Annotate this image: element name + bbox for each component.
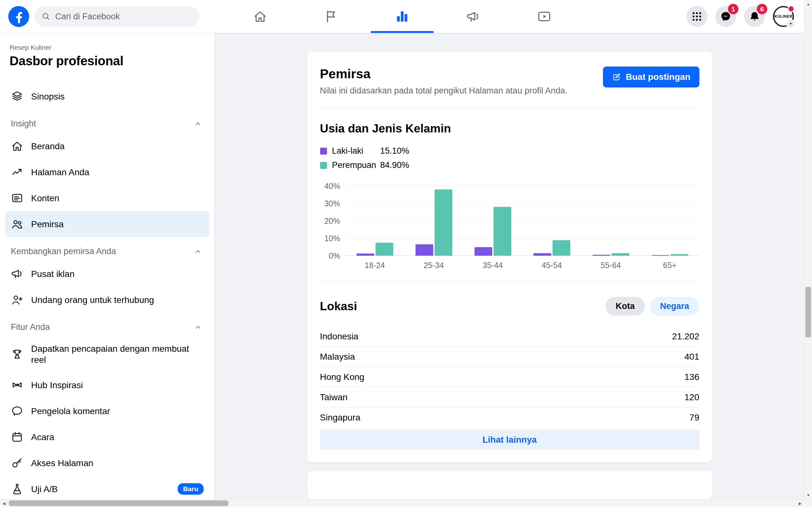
- sidebar-item-pengelola-komentar[interactable]: Pengelola komentar: [5, 398, 209, 424]
- age-gender-title: Usia dan Jenis Kelamin: [320, 122, 699, 135]
- location-row-malaysia: Malaysia401: [320, 347, 699, 367]
- sidebar-item-sinopsis[interactable]: Sinopsis: [5, 83, 209, 109]
- sidebar-item-hub-inspirasi[interactable]: Hub Inspirasi: [5, 372, 209, 398]
- vertical-scrollbar-thumb[interactable]: [805, 287, 811, 337]
- nav-tab-megaphone[interactable]: [439, 0, 507, 33]
- bar-group-18-24: [345, 186, 404, 256]
- bar-laki-laki-45-54[interactable]: [534, 253, 551, 256]
- sidebar-item-acara[interactable]: Acara: [5, 424, 209, 450]
- content-icon: [11, 192, 23, 205]
- bar-group-65+: [641, 186, 699, 256]
- location-name: Malaysia: [320, 352, 355, 362]
- page-title: Pemirsa: [320, 66, 568, 81]
- scroll-left-arrow-icon[interactable]: ◀: [0, 499, 8, 507]
- megaphone-icon: [466, 9, 480, 24]
- section-header-label: Fitur Anda: [11, 322, 50, 332]
- topbar-left: [0, 6, 199, 27]
- location-value: 79: [689, 412, 699, 423]
- scroll-up-arrow-icon[interactable]: ▲: [804, 0, 812, 8]
- nav-tab-flag[interactable]: [297, 0, 365, 33]
- see-more-button[interactable]: Lihat lainnya: [320, 430, 699, 450]
- home-icon: [253, 9, 267, 24]
- vertical-scrollbar[interactable]: ▲ ▼: [804, 0, 812, 499]
- nav-tab-chart-bars[interactable]: [368, 0, 436, 33]
- bar-group-55-64: [581, 186, 641, 256]
- bar-laki-laki-18-24[interactable]: [357, 253, 374, 256]
- sidebar-section-kembangkan-pemirsa-anda[interactable]: Kembangkan pemirsa Anda: [5, 237, 209, 261]
- bar-perempuan-55-64[interactable]: [612, 253, 629, 256]
- bar-laki-laki-35-44[interactable]: [474, 247, 492, 256]
- x-tick-label: 35-44: [463, 261, 522, 270]
- bar-laki-laki-65+[interactable]: [652, 255, 669, 256]
- messenger-button[interactable]: 1: [715, 6, 736, 27]
- horizontal-scrollbar-thumb[interactable]: [9, 500, 229, 506]
- sidebar-item-konten[interactable]: Konten: [5, 185, 209, 211]
- toggle-negara-button[interactable]: Negara: [650, 297, 699, 316]
- sidebar-item-pusat-iklan[interactable]: Pusat iklan: [5, 261, 209, 287]
- bar-perempuan-65+[interactable]: [670, 254, 688, 256]
- search-bar[interactable]: [34, 6, 199, 27]
- bar-perempuan-25-34[interactable]: [435, 189, 452, 256]
- profile-avatar[interactable]: KULINER: [773, 6, 794, 27]
- sidebar-item-pemirsa[interactable]: Pemirsa: [5, 211, 209, 237]
- search-icon: [41, 12, 51, 21]
- sidebar-item-label: Hub Inspirasi: [31, 380, 83, 391]
- x-tick-label: 55-64: [581, 261, 641, 270]
- page-name: Resep Kuliner: [9, 44, 205, 51]
- toggle-kota-button[interactable]: Kota: [606, 297, 645, 316]
- sidebar-section-insight[interactable]: Insight: [5, 109, 209, 133]
- bar-laki-laki-25-34[interactable]: [415, 244, 433, 256]
- people-icon: [11, 218, 23, 230]
- key-icon: [11, 457, 23, 469]
- sidebar-item-undang-orang-untuk-terhubung[interactable]: Undang orang untuk terhubung: [5, 287, 209, 313]
- nav-tab-video[interactable]: [510, 0, 578, 33]
- legend-value: 15.10%: [380, 146, 409, 156]
- chart-x-axis: 18-2425-3435-4445-5455-6465+: [345, 261, 699, 270]
- scroll-down-arrow-icon[interactable]: ▼: [804, 491, 812, 499]
- main-nav-tabs: [226, 0, 578, 33]
- sidebar-item-label: Undang orang untuk terhubung: [31, 294, 154, 305]
- location-table: Indonesia21.202Malaysia401Hong Kong136Ta…: [320, 326, 699, 428]
- sidebar-item-uji-a-b[interactable]: Uji A/BBaru: [5, 476, 209, 499]
- sidebar-item-label: Pusat iklan: [31, 268, 74, 279]
- apps-menu-button[interactable]: [687, 6, 707, 27]
- flask-icon: [11, 483, 23, 495]
- facebook-logo[interactable]: [8, 6, 29, 27]
- sidebar-section-fitur-anda[interactable]: Fitur Anda: [5, 313, 209, 337]
- bar-perempuan-45-54[interactable]: [553, 240, 570, 256]
- apps-grid-icon: [691, 11, 703, 22]
- sidebar-title: Dasbor profesional: [9, 54, 205, 68]
- bar-perempuan-35-44[interactable]: [494, 207, 511, 256]
- sidebar-item-label: Akses Halaman: [31, 458, 93, 469]
- y-tick-label: 20%: [324, 216, 340, 226]
- sidebar-item-label: Acara: [31, 432, 54, 443]
- scrollbar-corner: [804, 499, 812, 507]
- legend-item-perempuan: Perempuan84.90%: [320, 160, 699, 170]
- horizontal-scrollbar[interactable]: ◀ ▶: [0, 499, 804, 507]
- x-tick-label: 45-54: [522, 261, 581, 270]
- sidebar-item-halaman-anda[interactable]: Halaman Anda: [5, 159, 209, 185]
- location-title: Lokasi: [320, 300, 357, 313]
- search-input[interactable]: [55, 12, 195, 21]
- nav-tab-home[interactable]: [226, 0, 294, 33]
- location-row-hong-kong: Hong Kong136: [320, 367, 699, 387]
- notifications-button[interactable]: 6: [744, 6, 765, 27]
- x-tick-label: 65+: [641, 261, 699, 270]
- comment-icon: [11, 405, 23, 417]
- sidebar-item-beranda[interactable]: Beranda: [5, 133, 209, 159]
- sidebar-item-label: Uji A/B: [31, 484, 58, 495]
- location-value: 401: [684, 352, 699, 362]
- avatar-alert-dot: [788, 5, 795, 12]
- x-tick-label: 18-24: [345, 261, 404, 270]
- pencil-square-icon: [612, 72, 621, 82]
- sidebar-item-akses-halaman[interactable]: Akses Halaman: [5, 450, 209, 476]
- scroll-right-arrow-icon[interactable]: ▶: [796, 499, 804, 507]
- video-icon: [537, 9, 552, 24]
- card-header-text: Pemirsa Nilai ini didasarkan pada total …: [320, 66, 568, 96]
- bar-laki-laki-55-64[interactable]: [593, 255, 610, 256]
- age-gender-chart: 0%10%20%30%40%: [320, 186, 699, 256]
- bar-perempuan-18-24[interactable]: [375, 243, 393, 256]
- create-post-button[interactable]: Buat postingan: [603, 66, 699, 88]
- legend-swatch: [320, 162, 327, 169]
- sidebar-item-dapatkan-pencapaian-dengan-membuat-reel[interactable]: Dapatkan pencapaian dengan membuat reel: [5, 337, 209, 372]
